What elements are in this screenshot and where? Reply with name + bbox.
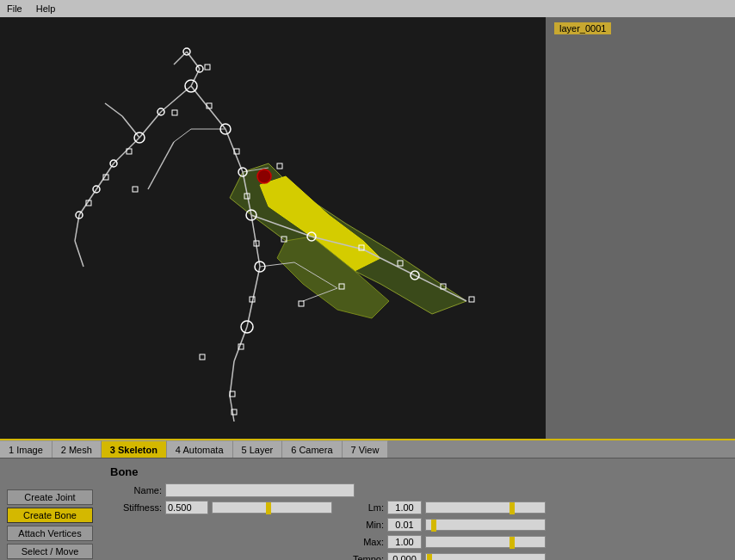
viewport[interactable] (0, 17, 546, 439)
max-row: Max: 1.00 (349, 535, 546, 549)
right-panel: layer_0001 (546, 17, 735, 439)
tempo-label: Tempo: (349, 554, 384, 560)
create-joint-button[interactable]: Create Joint (7, 489, 93, 505)
create-bone-button[interactable]: Create Bone (7, 508, 93, 523)
tab-mesh[interactable]: 2 Mesh (52, 440, 102, 458)
attach-vertices-button[interactable]: Attach Vertices (7, 526, 93, 541)
section-title: Bone (110, 465, 728, 478)
tab-camera[interactable]: 6 Camera (282, 440, 342, 458)
min-slider[interactable] (425, 519, 546, 531)
lm-label: Lm: (349, 502, 384, 513)
params-area: Stiffness: Lm: 1.00 (110, 501, 728, 560)
stiffness-input[interactable] (165, 501, 208, 514)
main-area: layer_0001 (0, 17, 735, 439)
tab-view[interactable]: 7 View (343, 440, 389, 458)
lm-slider[interactable] (425, 502, 546, 514)
layer-label: layer_0001 (554, 22, 611, 34)
stiffness-slider[interactable] (212, 502, 332, 514)
lm-row: Lm: 1.00 (349, 501, 546, 514)
min-row: Min: 0.01 (349, 518, 546, 532)
min-label: Min: (349, 520, 384, 530)
left-controls: Create Joint Create Bone Attach Vertices… (7, 489, 102, 560)
name-row: Name: (110, 483, 728, 497)
name-input[interactable] (165, 483, 355, 497)
menubar: File Help (0, 0, 735, 17)
left-params: Stiffness: (110, 501, 332, 560)
name-label: Name: (110, 485, 162, 495)
tab-layer[interactable]: 5 Layer (233, 440, 283, 458)
svg-point-50 (257, 169, 271, 183)
lm-value: 1.00 (387, 501, 422, 514)
menu-help[interactable]: Help (33, 3, 59, 15)
tab-automata[interactable]: 4 Automata (167, 440, 233, 458)
right-controls: Bone Name: Stiffness: Lm: (110, 465, 728, 560)
max-slider[interactable] (425, 536, 546, 548)
max-value: 1.00 (387, 535, 422, 549)
menu-file[interactable]: File (3, 3, 26, 15)
skeleton-canvas (0, 17, 546, 439)
bottom-panel: Create Joint Create Bone Attach Vertices… (0, 458, 735, 560)
tempo-value: 0.000 (387, 552, 422, 560)
tempo-slider[interactable] (425, 553, 546, 560)
select-move-button[interactable]: Select / Move (7, 544, 93, 559)
stiffness-label: Stiffness: (110, 502, 162, 513)
max-label: Max: (349, 537, 384, 547)
tempo-row: Tempo: 0.000 (349, 552, 546, 560)
tab-bar: 1 Image 2 Mesh 3 Skeleton 4 Automata 5 L… (0, 439, 735, 458)
tab-image[interactable]: 1 Image (0, 440, 52, 458)
right-params: Lm: 1.00 Min: 0.01 Max: 1. (349, 501, 546, 560)
tab-skeleton[interactable]: 3 Skeleton (102, 440, 167, 458)
stiffness-row: Stiffness: (110, 501, 332, 514)
min-value: 0.01 (387, 518, 422, 532)
